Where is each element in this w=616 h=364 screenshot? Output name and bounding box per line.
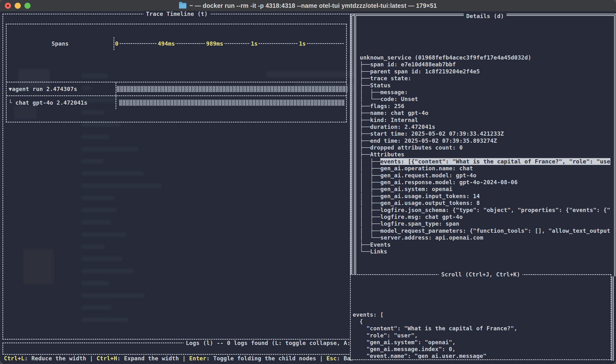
tree-branch-prefix: │ ├── bbox=[360, 220, 380, 227]
tree-row[interactable]: ├──end time: 2025-05-02 07:39:35.893274Z bbox=[360, 137, 610, 144]
zoom-button-icon[interactable] bbox=[24, 3, 30, 9]
tree-row[interactable]: │ ├──logfire.msg: chat gpt-4o bbox=[360, 213, 610, 220]
tree-row[interactable]: ├──Status bbox=[360, 82, 610, 89]
details-panel[interactable]: Details (d) unknown_service (01968fefb4a… bbox=[354, 14, 616, 276]
window-title: ~ — docker run --rm -it -p 4318:4318 --n… bbox=[189, 2, 437, 9]
tree-branch-prefix: ├── bbox=[360, 130, 370, 137]
window-titlebar[interactable]: ~ — docker run --rm -it -p 4318:4318 --n… bbox=[0, 0, 616, 11]
tree-row[interactable]: ├──parent span id: 1c8f219204e2f4e5 bbox=[360, 68, 610, 75]
tree-row[interactable]: │ ├──gen_ai.usage.output_tokens: 8 bbox=[360, 200, 610, 206]
tree-row[interactable]: ├──start time: 2025-05-02 07:39:33.42123… bbox=[360, 130, 610, 137]
folder-icon bbox=[179, 3, 186, 9]
tree-row[interactable]: │ ├──gen_ai.operation.name: chat bbox=[360, 165, 610, 172]
tree-row[interactable]: └──Links bbox=[360, 248, 610, 255]
shortcut-description: : Expand the width | bbox=[117, 355, 189, 362]
attribute-value-viewer[interactable]: events: [ { "content": "What is the capi… bbox=[353, 276, 609, 359]
status-bar: Ctrl+L: Reduce the width | Ctrl+H: Expan… bbox=[4, 355, 351, 363]
tree-row-text: kind: Internal bbox=[370, 117, 418, 123]
tree-row-text: gen_ai.request.model: gpt-4o bbox=[380, 172, 476, 179]
tree-row-text: code: Unset bbox=[380, 96, 418, 103]
scroll-panel-title: Scroll (Ctrl+J, Ctrl+K) bbox=[439, 271, 522, 278]
tree-row[interactable]: ├──trace state: bbox=[360, 75, 610, 82]
json-line: "role": "user", bbox=[353, 332, 609, 339]
trace-timeline-title: Trace Timeline (t) bbox=[144, 11, 210, 17]
details-panel-title: Details (d) bbox=[464, 13, 506, 20]
tree-row-selected-text: events: [{"content": "What is the capita… bbox=[380, 158, 610, 165]
tree-row[interactable]: ├──dropped attributes count: 0 bbox=[360, 144, 610, 151]
span-row[interactable]: ▼agent run 2.474307s bbox=[7, 82, 346, 95]
tree-branch-prefix: └── bbox=[360, 248, 370, 255]
tree-row[interactable]: │ ├──logfire.json_schema: {"type": "obje… bbox=[360, 207, 610, 213]
json-line: { bbox=[353, 318, 609, 325]
tree-row[interactable]: unknown_service (01968fefb4acec3f9fef17e… bbox=[360, 54, 610, 61]
close-button-icon[interactable] bbox=[5, 3, 11, 9]
shortcut-description: : Ba bbox=[337, 355, 351, 362]
shortcut-key: Enter bbox=[189, 355, 206, 362]
tree-branch-prefix: ├── bbox=[360, 75, 370, 82]
tree-row-text: dropped attributes count: 0 bbox=[370, 144, 463, 151]
tree-row[interactable]: ├──flags: 256 bbox=[360, 103, 610, 110]
tree-row-text: gen_ai.usage.output_tokens: 8 bbox=[380, 200, 480, 206]
ruler-tick-label: 1s bbox=[298, 40, 307, 47]
tree-row-text: flags: 256 bbox=[370, 103, 404, 110]
json-line: "gen_ai.message.index": 0, bbox=[353, 346, 609, 352]
tree-row-text: gen_ai.response.model: gpt-4o-2024-08-06 bbox=[380, 179, 518, 186]
tree-row[interactable]: ├──Events bbox=[360, 241, 610, 248]
ruler-tick-label: 0 bbox=[114, 40, 119, 47]
tree-row[interactable]: │ ├──gen_ai.response.model: gpt-4o-2024-… bbox=[360, 179, 610, 186]
tree-branch-prefix: ├── bbox=[360, 137, 370, 144]
tree-branch-prefix: │ ├── bbox=[360, 200, 380, 206]
tree-row[interactable]: ├──kind: Internal bbox=[360, 117, 610, 123]
span-details-tree[interactable]: unknown_service (01968fefb4acec3f9fef17e… bbox=[358, 18, 612, 276]
tree-row-text: logfire.msg: chat gpt-4o bbox=[380, 213, 463, 220]
tree-branch-prefix: ├── bbox=[360, 61, 370, 68]
tree-row-text: end time: 2025-05-02 07:39:35.893274Z bbox=[370, 137, 497, 144]
tree-row[interactable]: │ ├──model_request_parameters: {"functio… bbox=[360, 227, 610, 234]
tree-row[interactable]: │ ├──gen_ai.usage.input_tokens: 14 bbox=[360, 193, 610, 200]
tree-branch-prefix: │ ├── bbox=[360, 89, 380, 96]
ruler-tick-label: 1s bbox=[250, 40, 259, 47]
minimize-button-icon[interactable] bbox=[15, 3, 21, 9]
tree-row[interactable]: ├──duration: 2.472041s bbox=[360, 123, 610, 130]
tree-row[interactable]: │ ├──events: [{"content": "What is the c… bbox=[360, 158, 610, 165]
tree-row[interactable]: │ ├──gen_ai.request.model: gpt-4o bbox=[360, 172, 610, 179]
tree-row-text: name: chat gpt-4o bbox=[370, 110, 428, 116]
traffic-lights bbox=[5, 0, 30, 11]
ruler-tick-label: 989ms bbox=[205, 40, 224, 47]
json-line: "gen_ai.system": "openai", bbox=[353, 339, 609, 346]
tree-branch-prefix: ├── bbox=[360, 117, 370, 123]
tree-row-text: message: bbox=[380, 89, 408, 96]
status-bar-item: Enter: Toggle folding the child nodes | bbox=[189, 355, 327, 363]
tree-row-text: Attributes bbox=[370, 151, 404, 158]
span-row[interactable]: └ chat gpt-4o 2.472041s bbox=[7, 95, 346, 109]
tree-branch-prefix: │ ├── bbox=[360, 165, 380, 172]
tree-row[interactable]: │ ├──message: bbox=[360, 89, 610, 96]
tree-row[interactable]: ├──Attributes bbox=[360, 151, 610, 158]
tree-row[interactable]: │ └──server.address: api.openai.com bbox=[360, 234, 610, 241]
tree-row-text: trace state: bbox=[370, 75, 411, 82]
tree-row[interactable]: │ └──code: Unset bbox=[360, 96, 610, 103]
span-bar-cell bbox=[116, 82, 346, 95]
span-duration-bar bbox=[116, 86, 348, 92]
scroll-panel[interactable]: Scroll (Ctrl+J, Ctrl+K) events: [ { "con… bbox=[350, 274, 611, 360]
shortcut-key: Ctrl+H bbox=[96, 355, 117, 362]
tree-row[interactable]: │ ├──gen_ai.system: openai bbox=[360, 186, 610, 193]
tree-branch-prefix: │ ├── bbox=[360, 213, 380, 220]
tree-branch-prefix: ├── bbox=[360, 68, 370, 75]
tree-row-text: parent span id: 1c8f219204e2f4e5 bbox=[370, 68, 480, 75]
tree-row[interactable]: ├──name: chat gpt-4o bbox=[360, 110, 610, 116]
tree-row-text: gen_ai.usage.input_tokens: 14 bbox=[380, 193, 480, 200]
tree-row[interactable]: ├──span id: e7e10d488eab7bbf bbox=[360, 61, 610, 68]
tree-row-text: logfire.span_type: span bbox=[380, 220, 459, 227]
trace-timeline-panel[interactable]: Trace Timeline (t) Spans 0494ms989ms1s1s… bbox=[2, 14, 351, 340]
tree-row-text: Events bbox=[370, 241, 391, 248]
shortcut-key: Ctrl+L bbox=[4, 355, 24, 362]
span-label: ▼agent run 2.474307s bbox=[7, 82, 116, 95]
logs-panel[interactable]: Logs (l) -- 0 logs found (L: toggle coll… bbox=[2, 342, 351, 355]
tree-row-text: gen_ai.operation.name: chat bbox=[380, 165, 473, 172]
tree-row[interactable]: │ ├──logfire.span_type: span bbox=[360, 220, 610, 227]
spans-table-header: Spans 0494ms989ms1s1s bbox=[7, 37, 346, 50]
shortcut-key: Esc bbox=[327, 355, 337, 362]
tree-row-text: duration: 2.472041s bbox=[370, 123, 435, 130]
tree-branch-prefix: │ ├── bbox=[360, 193, 380, 200]
